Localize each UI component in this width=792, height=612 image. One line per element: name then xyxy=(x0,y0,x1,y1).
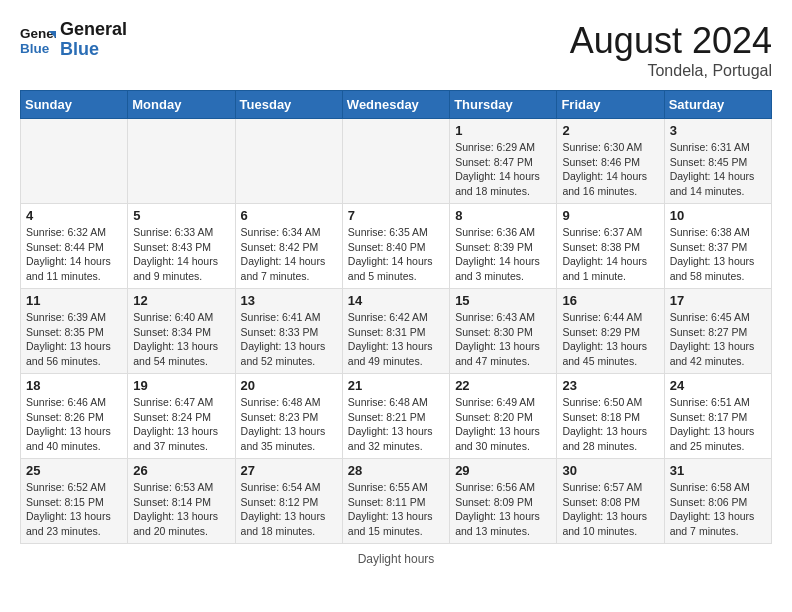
sunset-text: Sunset: 8:08 PM xyxy=(562,495,658,510)
sunrise-text: Sunrise: 6:29 AM xyxy=(455,140,551,155)
table-row: 23 Sunrise: 6:50 AM Sunset: 8:18 PM Dayl… xyxy=(557,374,664,459)
sunrise-text: Sunrise: 6:56 AM xyxy=(455,480,551,495)
daylight-text: Daylight: 13 hours and 7 minutes. xyxy=(670,509,766,538)
daylight-text: Daylight: 13 hours and 58 minutes. xyxy=(670,254,766,283)
table-row: 17 Sunrise: 6:45 AM Sunset: 8:27 PM Dayl… xyxy=(664,289,771,374)
table-row: 25 Sunrise: 6:52 AM Sunset: 8:15 PM Dayl… xyxy=(21,459,128,544)
daylight-label: Daylight hours xyxy=(358,552,435,566)
daylight-text: Daylight: 13 hours and 42 minutes. xyxy=(670,339,766,368)
table-row: 27 Sunrise: 6:54 AM Sunset: 8:12 PM Dayl… xyxy=(235,459,342,544)
day-info: Sunrise: 6:48 AM Sunset: 8:21 PM Dayligh… xyxy=(348,395,444,454)
day-info: Sunrise: 6:34 AM Sunset: 8:42 PM Dayligh… xyxy=(241,225,337,284)
day-number: 13 xyxy=(241,293,337,308)
day-info: Sunrise: 6:54 AM Sunset: 8:12 PM Dayligh… xyxy=(241,480,337,539)
day-number: 19 xyxy=(133,378,229,393)
table-row: 3 Sunrise: 6:31 AM Sunset: 8:45 PM Dayli… xyxy=(664,119,771,204)
sunset-text: Sunset: 8:39 PM xyxy=(455,240,551,255)
table-row: 21 Sunrise: 6:48 AM Sunset: 8:21 PM Dayl… xyxy=(342,374,449,459)
sunrise-text: Sunrise: 6:36 AM xyxy=(455,225,551,240)
table-row: 10 Sunrise: 6:38 AM Sunset: 8:37 PM Dayl… xyxy=(664,204,771,289)
table-row: 29 Sunrise: 6:56 AM Sunset: 8:09 PM Dayl… xyxy=(450,459,557,544)
sunrise-text: Sunrise: 6:51 AM xyxy=(670,395,766,410)
header-friday: Friday xyxy=(557,91,664,119)
sunset-text: Sunset: 8:17 PM xyxy=(670,410,766,425)
sunset-text: Sunset: 8:27 PM xyxy=(670,325,766,340)
sunrise-text: Sunrise: 6:58 AM xyxy=(670,480,766,495)
daylight-text: Daylight: 14 hours and 9 minutes. xyxy=(133,254,229,283)
daylight-text: Daylight: 13 hours and 25 minutes. xyxy=(670,424,766,453)
month-title: August 2024 xyxy=(570,20,772,62)
table-row: 5 Sunrise: 6:33 AM Sunset: 8:43 PM Dayli… xyxy=(128,204,235,289)
sunset-text: Sunset: 8:40 PM xyxy=(348,240,444,255)
day-number: 15 xyxy=(455,293,551,308)
table-row: 6 Sunrise: 6:34 AM Sunset: 8:42 PM Dayli… xyxy=(235,204,342,289)
day-info: Sunrise: 6:35 AM Sunset: 8:40 PM Dayligh… xyxy=(348,225,444,284)
day-number: 3 xyxy=(670,123,766,138)
table-row: 8 Sunrise: 6:36 AM Sunset: 8:39 PM Dayli… xyxy=(450,204,557,289)
sunset-text: Sunset: 8:12 PM xyxy=(241,495,337,510)
sunset-text: Sunset: 8:23 PM xyxy=(241,410,337,425)
day-number: 1 xyxy=(455,123,551,138)
daylight-text: Daylight: 13 hours and 18 minutes. xyxy=(241,509,337,538)
logo-icon: General Blue xyxy=(20,22,56,58)
table-row: 2 Sunrise: 6:30 AM Sunset: 8:46 PM Dayli… xyxy=(557,119,664,204)
day-number: 4 xyxy=(26,208,122,223)
day-number: 2 xyxy=(562,123,658,138)
sunrise-text: Sunrise: 6:48 AM xyxy=(241,395,337,410)
sunrise-text: Sunrise: 6:55 AM xyxy=(348,480,444,495)
header-thursday: Thursday xyxy=(450,91,557,119)
sunset-text: Sunset: 8:14 PM xyxy=(133,495,229,510)
table-row: 15 Sunrise: 6:43 AM Sunset: 8:30 PM Dayl… xyxy=(450,289,557,374)
sunrise-text: Sunrise: 6:37 AM xyxy=(562,225,658,240)
day-number: 12 xyxy=(133,293,229,308)
table-row: 14 Sunrise: 6:42 AM Sunset: 8:31 PM Dayl… xyxy=(342,289,449,374)
daylight-text: Daylight: 13 hours and 54 minutes. xyxy=(133,339,229,368)
sunset-text: Sunset: 8:09 PM xyxy=(455,495,551,510)
day-info: Sunrise: 6:45 AM Sunset: 8:27 PM Dayligh… xyxy=(670,310,766,369)
day-number: 26 xyxy=(133,463,229,478)
day-info: Sunrise: 6:33 AM Sunset: 8:43 PM Dayligh… xyxy=(133,225,229,284)
sunset-text: Sunset: 8:18 PM xyxy=(562,410,658,425)
sunrise-text: Sunrise: 6:46 AM xyxy=(26,395,122,410)
daylight-text: Daylight: 14 hours and 5 minutes. xyxy=(348,254,444,283)
table-row: 30 Sunrise: 6:57 AM Sunset: 8:08 PM Dayl… xyxy=(557,459,664,544)
sunrise-text: Sunrise: 6:50 AM xyxy=(562,395,658,410)
day-info: Sunrise: 6:52 AM Sunset: 8:15 PM Dayligh… xyxy=(26,480,122,539)
day-number: 30 xyxy=(562,463,658,478)
sunset-text: Sunset: 8:44 PM xyxy=(26,240,122,255)
daylight-text: Daylight: 13 hours and 40 minutes. xyxy=(26,424,122,453)
page-header: General Blue General Blue August 2024 To… xyxy=(20,20,772,80)
day-info: Sunrise: 6:40 AM Sunset: 8:34 PM Dayligh… xyxy=(133,310,229,369)
day-number: 7 xyxy=(348,208,444,223)
day-number: 24 xyxy=(670,378,766,393)
sunrise-text: Sunrise: 6:34 AM xyxy=(241,225,337,240)
day-number: 20 xyxy=(241,378,337,393)
sunrise-text: Sunrise: 6:39 AM xyxy=(26,310,122,325)
header-tuesday: Tuesday xyxy=(235,91,342,119)
daylight-text: Daylight: 13 hours and 30 minutes. xyxy=(455,424,551,453)
table-row xyxy=(21,119,128,204)
header-saturday: Saturday xyxy=(664,91,771,119)
sunset-text: Sunset: 8:33 PM xyxy=(241,325,337,340)
sunrise-text: Sunrise: 6:32 AM xyxy=(26,225,122,240)
sunrise-text: Sunrise: 6:33 AM xyxy=(133,225,229,240)
sunset-text: Sunset: 8:43 PM xyxy=(133,240,229,255)
day-number: 18 xyxy=(26,378,122,393)
day-info: Sunrise: 6:56 AM Sunset: 8:09 PM Dayligh… xyxy=(455,480,551,539)
sunset-text: Sunset: 8:38 PM xyxy=(562,240,658,255)
daylight-text: Daylight: 14 hours and 3 minutes. xyxy=(455,254,551,283)
title-block: August 2024 Tondela, Portugal xyxy=(570,20,772,80)
day-number: 23 xyxy=(562,378,658,393)
sunset-text: Sunset: 8:31 PM xyxy=(348,325,444,340)
calendar-week-row: 11 Sunrise: 6:39 AM Sunset: 8:35 PM Dayl… xyxy=(21,289,772,374)
day-number: 27 xyxy=(241,463,337,478)
calendar-week-row: 18 Sunrise: 6:46 AM Sunset: 8:26 PM Dayl… xyxy=(21,374,772,459)
daylight-text: Daylight: 14 hours and 18 minutes. xyxy=(455,169,551,198)
day-info: Sunrise: 6:53 AM Sunset: 8:14 PM Dayligh… xyxy=(133,480,229,539)
table-row: 18 Sunrise: 6:46 AM Sunset: 8:26 PM Dayl… xyxy=(21,374,128,459)
table-row xyxy=(128,119,235,204)
sunrise-text: Sunrise: 6:30 AM xyxy=(562,140,658,155)
sunset-text: Sunset: 8:26 PM xyxy=(26,410,122,425)
sunrise-text: Sunrise: 6:47 AM xyxy=(133,395,229,410)
table-row: 24 Sunrise: 6:51 AM Sunset: 8:17 PM Dayl… xyxy=(664,374,771,459)
